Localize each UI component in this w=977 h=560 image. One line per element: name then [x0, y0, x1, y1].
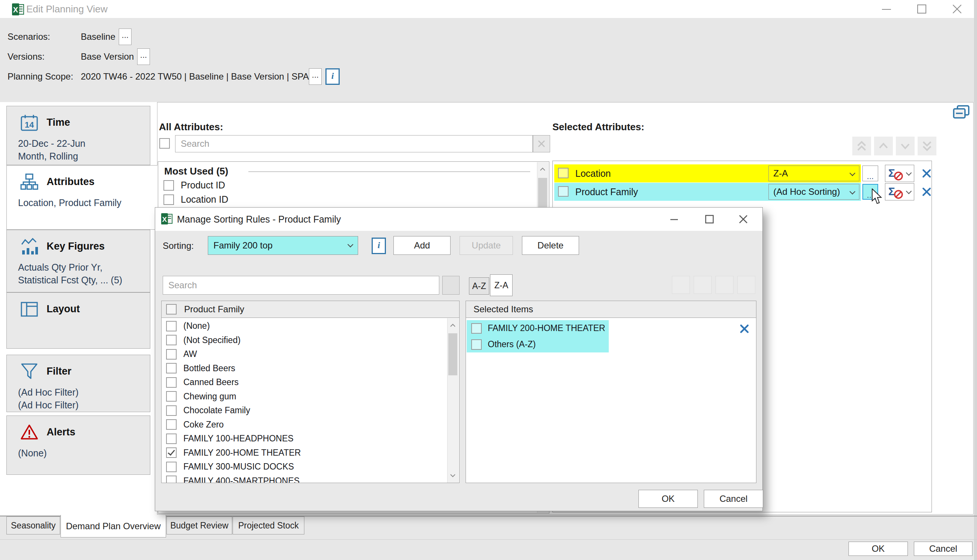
tab-budget-review[interactable]: Budget Review [166, 517, 232, 535]
sidebar-item-filter[interactable]: Filter (Ad Hoc Filter) (Ad Hoc Filter) [7, 355, 150, 412]
move-top-button[interactable] [852, 137, 871, 155]
selected-attribute-row-location[interactable]: Location Z-A ... Σ [554, 164, 931, 182]
checkbox[interactable] [166, 462, 177, 472]
cancel-button[interactable]: Cancel [914, 542, 972, 556]
copy-view-icon[interactable] [952, 104, 970, 121]
checkbox[interactable] [164, 195, 174, 205]
scroll-up-icon[interactable] [537, 162, 548, 177]
selected-item[interactable]: FAMILY 200-HOME THEATER [467, 320, 609, 336]
move-bottom-button[interactable] [737, 276, 755, 294]
sort-za-button[interactable]: Z-A [490, 274, 512, 296]
checkbox[interactable] [164, 180, 174, 191]
clear-search-icon[interactable] [533, 135, 550, 152]
minimize-button[interactable] [665, 208, 684, 231]
group-divider [248, 172, 530, 172]
dialog-cancel-button[interactable]: Cancel [704, 490, 763, 508]
close-button[interactable] [946, 0, 968, 18]
scroll-down-icon[interactable] [448, 468, 458, 483]
move-down-button[interactable] [896, 137, 915, 155]
scroll-up-icon[interactable] [448, 318, 458, 333]
sidebar-item-key-figures[interactable]: Key Figures Actuals Qty Prior Yr, Statis… [7, 230, 150, 292]
close-button[interactable] [734, 208, 753, 231]
move-down-button[interactable] [716, 276, 733, 294]
selected-item[interactable]: Others (A-Z) [467, 336, 609, 352]
sidebar-item-alerts[interactable]: Alerts (None) [7, 415, 150, 475]
family-list-item[interactable]: Chocolate Family [162, 403, 447, 418]
checkbox[interactable] [166, 405, 177, 416]
svg-text:14: 14 [25, 120, 34, 130]
checkbox[interactable] [166, 335, 177, 345]
remove-attribute-button[interactable] [920, 185, 933, 198]
checkbox[interactable] [166, 391, 177, 402]
no-aggregation-icon [893, 190, 903, 199]
checkbox[interactable] [471, 339, 482, 350]
move-top-button[interactable] [672, 276, 690, 294]
tab-seasonality[interactable]: Seasonality [7, 517, 60, 535]
attribute-item-location-id[interactable]: Location ID [164, 194, 228, 205]
minimize-button[interactable] [875, 0, 897, 18]
family-list-item[interactable]: Coke Zero [162, 418, 447, 432]
checkbox[interactable] [166, 349, 177, 360]
sort-az-button[interactable]: A-Z [469, 277, 489, 295]
select-all-checkbox[interactable] [159, 138, 170, 148]
checkbox[interactable] [166, 447, 177, 458]
family-list-item[interactable]: Bottled Beers [162, 362, 447, 376]
checkbox[interactable] [166, 321, 177, 332]
dialog-ok-button[interactable]: OK [638, 490, 698, 508]
maximize-button[interactable] [911, 0, 933, 18]
move-bottom-button[interactable] [918, 137, 937, 155]
attribute-item-product-id[interactable]: Product ID [164, 180, 225, 191]
scroll-thumb[interactable] [448, 333, 457, 375]
aggregation-dropdown[interactable]: Σ [885, 183, 914, 200]
checkbox[interactable] [166, 419, 177, 430]
checkbox[interactable] [558, 168, 569, 178]
excel-icon: X [11, 3, 25, 16]
sort-order-dropdown[interactable]: (Ad Hoc Sorting) [768, 184, 859, 200]
family-list-item[interactable]: FAMILY 100-HEADPHONES [162, 432, 447, 446]
planning-scope-info-icon[interactable]: i [325, 68, 340, 85]
family-list-item[interactable]: Canned Beers [162, 375, 447, 390]
maximize-button[interactable] [700, 208, 719, 231]
sort-order-dropdown[interactable]: Z-A [768, 165, 859, 181]
ok-button[interactable]: OK [848, 542, 908, 556]
versions-browse-button[interactable]: ... [137, 48, 150, 65]
family-list-item[interactable]: FAMILY 200-HOME THEATER [162, 446, 447, 460]
group-header: Most Used (5) [164, 165, 228, 177]
move-up-button[interactable] [874, 137, 893, 155]
checkbox[interactable] [166, 433, 177, 444]
aggregation-dropdown[interactable]: Σ [885, 165, 914, 182]
remove-attribute-button[interactable] [920, 167, 933, 180]
checkbox[interactable] [166, 363, 177, 373]
sidebar-item-time[interactable]: 14 Time 20-Dec - 22-Jun Month, Rolling [7, 106, 150, 165]
scrollbar[interactable] [447, 318, 459, 483]
family-list-item[interactable]: (None) [162, 319, 447, 333]
sidebar-item-attributes[interactable]: Attributes Location, Product Family [7, 165, 157, 230]
family-list-item[interactable]: Chewing gum [162, 390, 447, 404]
tab-projected-stock[interactable]: Projected Stock [233, 517, 304, 535]
family-list-item[interactable]: FAMILY 400-SMARTPHONES [162, 474, 447, 483]
planning-scope-browse-button[interactable]: ... [309, 68, 322, 85]
attributes-search-input[interactable] [175, 135, 533, 152]
move-up-button[interactable] [694, 276, 712, 294]
versions-value: Base Version [81, 52, 134, 62]
remove-selected-item-button[interactable] [739, 324, 749, 334]
update-button[interactable]: Update [460, 236, 513, 255]
select-all-checkbox[interactable] [166, 304, 177, 315]
checkbox[interactable] [166, 475, 177, 483]
family-list-item[interactable]: AW [162, 347, 447, 362]
clear-search-button[interactable] [442, 276, 460, 295]
tab-demand-plan-overview[interactable]: Demand Plan Overview [60, 515, 166, 537]
sorting-rules-button[interactable]: ... [862, 165, 878, 181]
checkbox[interactable] [558, 186, 569, 197]
delete-button[interactable]: Delete [522, 236, 579, 255]
checkbox[interactable] [166, 377, 177, 388]
scenarios-browse-button[interactable]: ... [119, 28, 132, 45]
sorting-rule-dropdown[interactable]: Family 200 top [208, 236, 358, 255]
sorting-info-icon[interactable]: i [371, 238, 386, 254]
add-button[interactable]: Add [393, 236, 450, 255]
family-list-item[interactable]: FAMILY 300-MUSIC DOCKS [162, 460, 447, 474]
family-list-item[interactable]: (Not Specified) [162, 333, 447, 348]
sidebar-item-layout[interactable]: Layout [7, 292, 150, 349]
checkbox[interactable] [471, 323, 482, 334]
family-search-input[interactable] [163, 276, 439, 295]
